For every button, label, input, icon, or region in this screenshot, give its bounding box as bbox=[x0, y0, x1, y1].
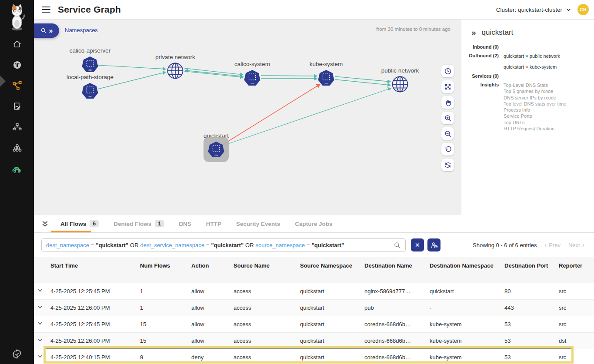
graph-node-private-network[interactable]: private network bbox=[143, 53, 208, 79]
double-chevron-right-icon bbox=[49, 27, 53, 35]
table-row[interactable]: 4-25-2025 12:25:45 PM 15 allow access qu… bbox=[34, 316, 594, 332]
zoom-out-icon bbox=[444, 130, 452, 138]
outbound-label: Outbound (2) bbox=[461, 53, 499, 70]
details-title: quickstart bbox=[482, 28, 514, 37]
node-label: public network bbox=[367, 67, 433, 75]
insight-item[interactable]: Service Ports bbox=[504, 113, 566, 119]
table-row[interactable]: 4-25-2025 12:26:00 PM 1 allow access qui… bbox=[34, 299, 594, 316]
prev-button[interactable]: Prev bbox=[544, 241, 561, 249]
insight-item[interactable]: DNS server IPs by rcode bbox=[504, 95, 566, 101]
insight-item[interactable]: Top-Level DNS Stats bbox=[504, 82, 566, 88]
graph-node-local-path-storage[interactable]: local-path-storage ns bbox=[57, 73, 123, 99]
sidebar-nav bbox=[0, 34, 34, 180]
fit-to-screen-button[interactable] bbox=[441, 80, 454, 93]
query-token: = bbox=[91, 242, 94, 248]
expand-row-button[interactable] bbox=[34, 299, 50, 316]
pan-button[interactable] bbox=[441, 96, 454, 109]
graph-node-kube-system[interactable]: kube-system ns bbox=[294, 60, 359, 86]
graph-node-calico-apiserver[interactable]: calico-apiserver ns bbox=[57, 47, 123, 73]
insight-item[interactable]: Process Info bbox=[504, 107, 566, 113]
table-row-highlighted[interactable]: 4-25-2025 12:40:15 PM 9 deny access quic… bbox=[34, 349, 594, 364]
menu-button[interactable] bbox=[42, 7, 50, 13]
tab-http[interactable]: HTTP bbox=[206, 221, 221, 227]
flow-allowed-icon bbox=[525, 53, 528, 59]
column-header-reporter[interactable]: Reporter bbox=[559, 257, 594, 283]
node-label: calico-apiserver bbox=[57, 47, 123, 55]
query-token: OR bbox=[245, 242, 254, 248]
graph-node-quickstart[interactable]: quickstart ns bbox=[184, 132, 249, 158]
graph-node-public-network[interactable]: public network bbox=[367, 67, 433, 93]
time-range-label: from 30 minutes to 0 minutes ago bbox=[376, 26, 451, 32]
flow-filter-input[interactable]: dest_namespace = "quickstart" OR dest_se… bbox=[41, 238, 406, 251]
outbound-flow-kube-system[interactable]: quickstartkube-system bbox=[504, 64, 560, 70]
cluster-selector[interactable]: Cluster: quickstart-cluster bbox=[496, 7, 571, 13]
search-icon[interactable] bbox=[394, 242, 401, 249]
column-settings-button[interactable] bbox=[427, 238, 440, 251]
zoom-out-button[interactable] bbox=[441, 127, 454, 140]
column-header-destination-port[interactable]: Destination Port bbox=[504, 257, 559, 283]
table-row[interactable]: 4-25-2025 12:26:00 PM 15 allow access qu… bbox=[34, 332, 594, 349]
zoom-in-button[interactable] bbox=[441, 112, 454, 124]
clear-filter-button[interactable] bbox=[411, 238, 424, 251]
time-range-button[interactable] bbox=[441, 65, 454, 77]
tab-denied-flows[interactable]: Denied Flows 1 bbox=[113, 220, 164, 227]
chevron-right-icon bbox=[582, 241, 584, 249]
column-header-destination-name[interactable]: Destination Name bbox=[364, 257, 430, 283]
graph-toolbar bbox=[441, 65, 454, 171]
expand-row-button[interactable] bbox=[34, 349, 50, 364]
sidebar-item-calico-cloud[interactable] bbox=[0, 159, 34, 180]
sidebar-item-endpoints[interactable] bbox=[0, 117, 34, 138]
outbound-flow-public-network[interactable]: quickstartpublic network bbox=[504, 53, 560, 59]
insight-item[interactable]: Top level DNS stats over time bbox=[504, 101, 566, 107]
column-header-source-name[interactable]: Source Name bbox=[234, 257, 300, 283]
insights-list: Top-Level DNS Stats Top 5 qnames by rcod… bbox=[504, 82, 566, 132]
tab-security-events[interactable]: Security Events bbox=[236, 221, 280, 227]
chevron-down-icon bbox=[37, 354, 43, 360]
column-header-action[interactable]: Action bbox=[191, 257, 234, 283]
sidebar-item-clusters[interactable] bbox=[0, 138, 34, 159]
breadcrumb[interactable]: Namespaces bbox=[65, 27, 98, 33]
double-chevron-down-icon bbox=[41, 220, 49, 228]
tab-all-flows[interactable]: All Flows 6 bbox=[60, 220, 99, 227]
table-row[interactable]: 4-25-2025 12:25:45 PM 1 allow access qui… bbox=[34, 283, 594, 299]
ns-badge: ns bbox=[214, 154, 218, 156]
column-header-destination-namespace[interactable]: Destination Namespace bbox=[430, 257, 504, 283]
column-header-start-time[interactable]: Start Time bbox=[50, 257, 140, 283]
insight-item[interactable]: Top URLs bbox=[504, 119, 566, 126]
query-token: "quickstart" bbox=[96, 242, 128, 248]
chevron-down-icon bbox=[566, 7, 571, 13]
sidebar-item-home[interactable] bbox=[0, 34, 34, 55]
next-button[interactable]: Next bbox=[568, 241, 584, 249]
flows-tabs: All Flows 6 Denied Flows 1 DNS HTTP Secu… bbox=[34, 215, 594, 233]
expand-row-button[interactable] bbox=[34, 283, 50, 299]
tab-dns[interactable]: DNS bbox=[179, 221, 191, 227]
tab-capture-jobs[interactable]: Capture Jobs bbox=[295, 221, 332, 227]
sidebar-item-dashboard[interactable] bbox=[0, 55, 34, 76]
expand-row-button[interactable] bbox=[34, 316, 50, 332]
collapse-flows-icon[interactable] bbox=[41, 220, 49, 228]
verified-badge-icon[interactable] bbox=[11, 348, 23, 360]
collapse-panel-icon[interactable] bbox=[471, 28, 476, 37]
query-token: = bbox=[206, 242, 210, 248]
refresh-button[interactable] bbox=[441, 159, 454, 171]
insight-item[interactable]: HTTP Request Duration bbox=[504, 126, 566, 132]
graph-node-calico-system[interactable]: calico-system ns bbox=[220, 60, 285, 86]
expand-row-button[interactable] bbox=[34, 332, 50, 349]
insight-item[interactable]: Top 5 qnames by rcode bbox=[504, 88, 566, 94]
node-label: calico-system bbox=[220, 60, 285, 68]
column-header-source-namespace[interactable]: Source Namespace bbox=[300, 257, 364, 283]
service-graph-canvas[interactable]: calico-apiserver ns local-path-storage n… bbox=[34, 20, 461, 215]
avatar[interactable]: CH bbox=[577, 4, 589, 15]
pagination: Prev Next bbox=[544, 241, 589, 249]
graph-search-pill[interactable] bbox=[34, 23, 59, 38]
chevron-down-icon bbox=[37, 337, 43, 343]
column-header-num-flows[interactable]: Num Flows bbox=[140, 257, 191, 283]
active-nav-notch bbox=[0, 76, 6, 87]
hand-icon bbox=[444, 99, 452, 106]
undo-icon bbox=[444, 146, 452, 153]
reset-view-button[interactable] bbox=[441, 143, 454, 156]
namespace-icon: ns bbox=[207, 141, 225, 159]
sidebar-item-policies[interactable] bbox=[0, 96, 34, 117]
calico-cat-logo[interactable] bbox=[7, 3, 27, 31]
query-token: dest_service_namespace bbox=[140, 242, 204, 248]
